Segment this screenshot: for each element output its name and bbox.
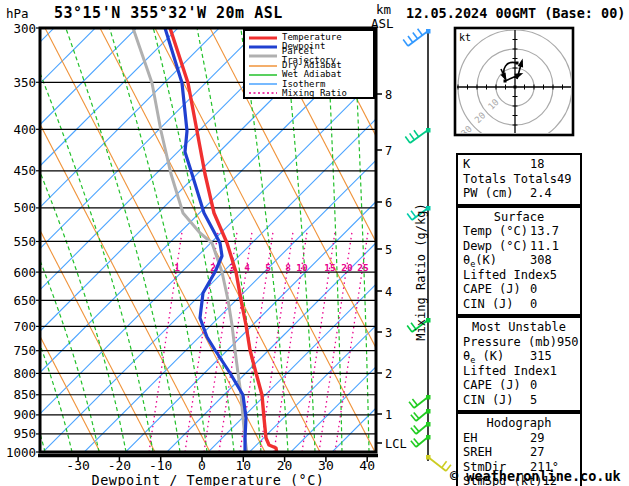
station-title: 53°15'N 355°32'W 20m ASL — [54, 4, 283, 22]
wind-barb-tick — [405, 137, 410, 143]
wind-barb-tick — [413, 32, 418, 38]
temperature-axis-label: Dewpoint / Temperature (°C) — [40, 472, 376, 486]
indices-row: CIN (J)5 — [463, 393, 580, 408]
wet-adiabat-line — [435, 28, 450, 452]
pressure-axis-unit-label: hPa — [6, 6, 29, 21]
altitude-tick-label: 4 — [385, 285, 392, 299]
copyright: © weatheronline.co.uk — [450, 468, 621, 484]
wind-barb-tick — [442, 461, 447, 467]
altitude-tick-label: 6 — [385, 196, 392, 210]
altitude-tick-label: 3 — [385, 326, 392, 340]
temperature-tick-label: 20 — [277, 458, 293, 473]
indices-panel: K18Totals Totals49PW (cm)2.4SurfaceTemp … — [456, 153, 582, 486]
legend-swatch-wet-adiabat — [248, 71, 278, 79]
pressure-tick-label: 500 — [13, 200, 36, 215]
wind-barb-tick — [409, 402, 414, 408]
indices-box-general: K18Totals Totals49PW (cm)2.4 — [456, 153, 582, 206]
indices-row-value: 0 — [530, 297, 537, 311]
lcl-label: LCL — [385, 437, 407, 451]
wind-barb-tick — [418, 29, 423, 35]
mixing-ratio-value-label: 25 — [357, 262, 369, 273]
hodograph: 102030kt — [455, 28, 573, 144]
wind-barb-tick — [411, 441, 416, 447]
wet-adiabat-line — [153, 28, 234, 452]
indices-row-value: 29 — [530, 431, 544, 445]
pressure-tick-label: 600 — [13, 265, 36, 280]
indices-row-value: 0 — [530, 282, 537, 296]
legend-swatch-dry-adiabat — [248, 62, 278, 70]
sounding-chart-page: 3003504004505005506006507007508008509009… — [0, 0, 629, 486]
wind-barb-tick — [414, 438, 419, 444]
altitude-tick-label: 8 — [385, 88, 392, 102]
wind-barb-spoke — [416, 437, 428, 447]
indices-row: Lifted Index5 — [463, 268, 580, 283]
indices-row-label: CIN (J) — [463, 393, 530, 407]
indices-row-label: SREH — [463, 445, 530, 459]
wind-barb — [403, 29, 430, 46]
legend-swatch-mixing-ratio — [248, 89, 278, 97]
temperature-tick-label: 10 — [235, 458, 251, 473]
indices-row-label: CIN (J) — [463, 297, 530, 311]
wind-barb-tick — [403, 40, 408, 46]
indices-row-value: 18 — [530, 157, 544, 171]
indices-row-value: 2.4 — [530, 186, 552, 200]
mixing-ratio-value-label: 1 — [174, 262, 180, 273]
temperature-tick-label: -10 — [149, 458, 172, 473]
pressure-tick-label: 400 — [13, 122, 36, 137]
indices-row-value: 49 — [557, 172, 571, 186]
wet-adiabat-line — [597, 28, 612, 452]
indices-box-most-unstable: Most UnstablePressure (mb)950θe (K)315Li… — [456, 316, 582, 412]
indices-box-surface: SurfaceTemp (°C)13.7Dewp (°C)11.1θe(K)30… — [456, 206, 582, 317]
wind-barb-tick — [414, 425, 419, 431]
hodograph-trace-dot — [504, 80, 507, 83]
wet-adiabat-line — [110, 28, 207, 452]
indices-row-label: CAPE (J) — [463, 378, 530, 392]
indices-row-label: Pressure (mb) — [463, 335, 557, 349]
indices-row-value: 5 — [530, 393, 537, 407]
pressure-tick-label: 900 — [13, 407, 36, 422]
temperature-tick-label: 40 — [359, 458, 375, 473]
indices-row-value: 5 — [550, 268, 557, 282]
altitude-tick-label: 5 — [385, 243, 392, 257]
wind-barb-tick — [411, 415, 416, 421]
hodograph-unit-label: kt — [459, 32, 471, 43]
altitude-tick-label: 7 — [385, 144, 392, 158]
wet-adiabat-line — [0, 28, 72, 452]
indices-row: CAPE (J)0 — [463, 378, 580, 393]
indices-row: K18 — [463, 157, 580, 172]
mixing-ratio-value-label: 15 — [324, 262, 336, 273]
hodograph-trace-dot — [516, 62, 519, 65]
wind-barb-tick — [414, 412, 419, 418]
indices-row-label: Temp (°C) — [463, 224, 530, 238]
indices-row: EH29 — [463, 431, 580, 446]
wet-adiabat-line — [624, 28, 629, 452]
indices-row: PW (cm)2.4 — [463, 186, 580, 201]
mixing-ratio-value-label: 5 — [265, 262, 271, 273]
legend: TemperatureDewpointParcel TrajectoryDry … — [243, 29, 375, 99]
indices-row-value: 315 — [530, 349, 552, 363]
indices-row-value: 11.1 — [530, 239, 559, 253]
mixing-ratio-value-label: 4 — [244, 262, 250, 273]
indices-row-label: Lifted Index — [463, 268, 550, 282]
pressure-tick-label: 1000 — [6, 445, 36, 460]
pressure-tick-label: 750 — [13, 343, 36, 358]
indices-row-label: Lifted Index — [463, 364, 550, 378]
hodograph-trace-dot — [514, 86, 517, 89]
indices-row-value: 1 — [550, 364, 557, 378]
indices-row: Totals Totals49 — [463, 172, 580, 187]
indices-row: CAPE (J)0 — [463, 282, 580, 297]
wind-barb-tick — [411, 428, 416, 434]
mixing-ratio-value-label: 8 — [285, 262, 291, 273]
wind-barb-tick — [407, 214, 412, 220]
indices-row: SREH27 — [463, 445, 580, 460]
temperature-tick-label: -20 — [108, 458, 131, 473]
indices-row-label: K — [463, 157, 530, 171]
altitude-axis-unit-km: km — [376, 2, 391, 17]
temperature-tick-label: 30 — [318, 458, 334, 473]
indices-row-label: EH — [463, 431, 530, 445]
indices-row-value: 13.7 — [530, 224, 559, 238]
wind-barb-tick — [414, 130, 419, 136]
indices-row: Pressure (mb)950 — [463, 335, 580, 350]
indices-box-title: Hodograph — [463, 416, 580, 431]
mixing-ratio-value-label: 20 — [341, 262, 353, 273]
